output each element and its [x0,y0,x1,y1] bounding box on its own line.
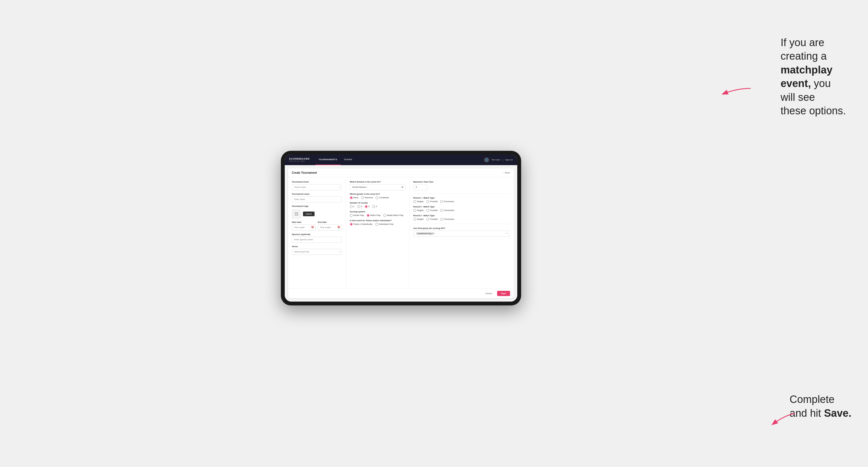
gender-mens[interactable]: Mens [350,196,359,199]
round-2[interactable]: 2 [358,205,362,208]
rounds-radio-group: 1 2 3 [350,205,405,208]
tournament-logo-group: Tournament logo 🖼 Upload [292,205,342,218]
start-date-label: Start date [292,221,316,223]
sponsor-group: Sponsor (optional) [292,233,342,243]
tournament-host-input[interactable] [292,184,342,190]
divider-2 [413,224,510,224]
gender-womens[interactable]: Womens [361,196,373,199]
save-button[interactable]: Save [497,291,510,296]
round1-foursomes[interactable]: Foursomes [440,200,454,203]
round-2-radio[interactable] [358,205,360,208]
sponsor-label: Sponsor (optional) [292,233,342,236]
round3-fourball[interactable]: Fourball [426,218,437,221]
round3-singles[interactable]: Singles [413,218,424,221]
round3-label: Round 3 - Match Type [413,214,510,217]
round-4[interactable]: 4 [372,205,377,208]
avatar: 👤 [484,157,489,162]
end-date-label: End date [318,221,342,223]
round2-fourball[interactable]: Fourball [426,209,437,212]
scoring-medal-play[interactable]: Medal Match Play [383,214,403,217]
annotation-save-text: Completeand hit Save. [789,393,851,420]
api-select-wrap[interactable]: Leaderboard King × ▾ [413,230,510,237]
individuals-only-radio[interactable] [375,223,378,226]
left-column: Tournament Host ▾ Tournament name Tourna [288,177,346,288]
division-select[interactable]: NCAA Division I NCAA Division II NCAA Di… [350,184,405,190]
gender-combined-radio[interactable] [376,196,378,199]
round3-foursomes-radio[interactable] [440,218,443,221]
start-date-wrap: 📅 [292,224,316,230]
round2-singles[interactable]: Singles [413,209,424,212]
scoring-medal-radio[interactable] [383,214,386,217]
sign-out-link[interactable]: Sign out [505,158,513,161]
chevron-down-icon: ▾ [339,186,340,188]
tablet-frame: SCOREBOARD Powered by clippit TOURNAMENT… [281,151,521,306]
cancel-button[interactable]: Cancel [483,291,495,296]
round2-foursomes-label: Foursomes [444,209,454,212]
form-body: Tournament Host ▾ Tournament name Tourna [288,177,514,288]
round2-label: Round 2 - Match Type [413,206,510,208]
max-team-size-input[interactable] [413,184,427,190]
round-3-radio[interactable] [365,205,368,208]
round3-singles-radio[interactable] [413,218,416,221]
teams-group: Is this event for Teams and/or Individua… [350,219,405,226]
round1-singles[interactable]: Singles [413,200,424,203]
round3-section: Round 3 - Match Type Singles Fourball [413,214,510,221]
round3-singles-label: Singles [417,218,424,220]
teams-plus-individuals[interactable]: Teams (+Individuals) [350,223,373,226]
back-link[interactable]: ← Back [502,172,510,174]
individuals-only[interactable]: Individuals Only [375,223,394,226]
round1-fourball-radio[interactable] [426,200,429,203]
round1-label: Round 1 - Match Type [413,197,510,199]
max-team-size-label: Maximum Team Size [413,181,510,183]
venue-label: Venue [292,245,342,248]
round-1-label: 1 [353,205,354,208]
round-1[interactable]: 1 [350,205,354,208]
sponsor-input[interactable] [292,237,342,243]
round3-foursomes[interactable]: Foursomes [440,218,454,221]
division-group: Which division is the event for? NCAA Di… [350,181,405,190]
api-group: Use third-party live scoring API? Leader… [413,227,510,237]
round-3[interactable]: 3 [365,205,370,208]
gender-womens-radio[interactable] [361,196,364,199]
annotation-matchplay-text: If you arecreating amatchplayevent, youw… [780,36,846,118]
teams-plus-label: Teams (+Individuals) [353,223,373,225]
scoring-match-radio[interactable] [367,214,370,217]
tournament-name-input[interactable] [292,196,342,203]
rounds-label: Number of rounds [350,201,405,204]
upload-button[interactable]: Upload [303,212,315,216]
gender-label: Which gender is the event for? [350,193,405,195]
nav-separator: | [502,158,503,161]
main-content: Create Tournament ← Back Tournament Host… [285,165,517,302]
nav-right: 👤 Test User | Sign out [484,157,513,162]
round2-singles-radio[interactable] [413,209,416,212]
round3-fourball-radio[interactable] [426,218,429,221]
venue-input[interactable] [292,249,342,255]
gender-combined[interactable]: Combined [376,196,389,199]
round3-radio-group: Singles Fourball Foursomes [413,218,510,221]
round1-singles-radio[interactable] [413,200,416,203]
division-select-wrap: NCAA Division I NCAA Division II NCAA Di… [350,184,405,190]
tab-teams[interactable]: TEAMS [341,155,356,165]
round2-foursomes[interactable]: Foursomes [440,209,454,212]
teams-plus-radio[interactable] [350,223,353,226]
user-name: Test User [491,158,500,161]
round2-fourball-label: Fourball [430,209,437,212]
form-title: Create Tournament [292,171,317,174]
round2-foursomes-radio[interactable] [440,209,443,212]
logo-upload-area: 🖼 Upload [292,210,342,218]
powered-by-text: Powered by clippit [289,160,310,162]
round-4-radio[interactable] [372,205,375,208]
gender-mens-radio[interactable] [350,196,353,199]
tournament-host-search-wrap: ▾ [292,184,342,190]
round1-fourball[interactable]: Fourball [426,200,437,203]
round1-foursomes-radio[interactable] [440,200,443,203]
teams-radio-group: Teams (+Individuals) Individuals Only [350,223,405,226]
tab-tournaments[interactable]: TOURNAMENTS [315,155,341,165]
scoring-stroke-radio[interactable] [350,214,353,217]
api-tag-close-icon[interactable]: × [432,232,433,235]
scoring-stroke-play[interactable]: Stroke Play [350,214,364,217]
round2-fourball-radio[interactable] [426,209,429,212]
round-1-radio[interactable] [350,205,353,208]
round-3-label: 3 [368,205,370,208]
scoring-match-play[interactable]: Match Play [367,214,380,217]
